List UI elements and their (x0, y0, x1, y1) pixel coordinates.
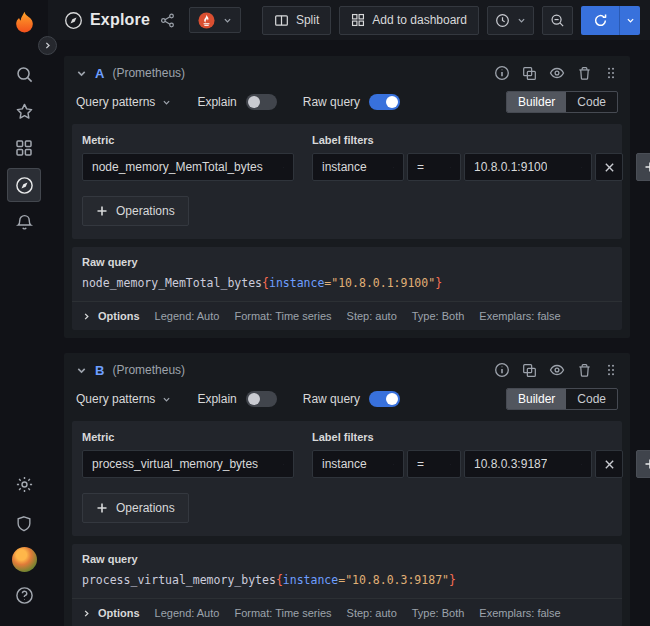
zoom-out-button[interactable] (542, 6, 573, 35)
option-type: Type: Both (412, 607, 465, 619)
sidebar-nav (7, 57, 41, 239)
add-filter-button[interactable] (636, 450, 650, 478)
search-icon[interactable] (7, 57, 41, 91)
query-patterns-dropdown[interactable]: Query patterns (76, 95, 171, 109)
metric-select[interactable]: node_memory_MemTotal_bytes (82, 153, 294, 181)
filter-operator-value: = (417, 160, 424, 174)
chevron-down-icon (517, 16, 526, 25)
hide-response-eye-icon[interactable] (549, 65, 565, 81)
chevron-down-icon (442, 460, 451, 469)
editor-mode-switch: Builder Code (506, 388, 618, 410)
dashboards-icon[interactable] (7, 131, 41, 165)
explain-label: Explain (197, 392, 236, 406)
close-icon (604, 162, 615, 173)
remove-filter-button[interactable] (595, 450, 623, 478)
operations-button[interactable]: Operations (82, 196, 189, 226)
raw-query-switch: Raw query (303, 391, 400, 407)
remove-query-trash-icon[interactable] (577, 363, 592, 378)
query-datasource-hint: (Prometheus) (112, 363, 185, 377)
operations-button[interactable]: Operations (82, 493, 189, 523)
run-query-button[interactable] (581, 6, 619, 35)
add-filter-button[interactable] (636, 153, 650, 181)
explore-icon[interactable] (7, 168, 41, 202)
query-editor-b: B (Prometheus) Query patterns (64, 353, 630, 626)
raw-query-toggle[interactable] (369, 94, 400, 110)
metric-select[interactable]: process_virtual_memory_bytes (82, 450, 294, 478)
drag-handle-grip-icon[interactable] (604, 66, 618, 80)
query-help-icon[interactable] (494, 362, 510, 378)
time-range-picker[interactable] (487, 6, 534, 35)
admin-shield-icon[interactable] (7, 507, 41, 541)
options-label: Options (98, 607, 140, 619)
sidebar-expand-button[interactable] (38, 36, 57, 55)
help-icon[interactable] (7, 578, 41, 612)
code-label: instance (269, 276, 324, 290)
query-options-row: Options Legend: Auto Format: Time series… (72, 301, 622, 330)
raw-query-toggle[interactable] (369, 391, 400, 407)
query-ref-id: A (95, 66, 104, 81)
code-close-brace: } (449, 573, 456, 587)
collapse-chevron-icon[interactable] (76, 365, 87, 376)
starred-icon[interactable] (7, 94, 41, 128)
configuration-gear-icon[interactable] (7, 467, 41, 501)
chevron-down-icon (626, 16, 635, 25)
sidebar-bottom (7, 467, 41, 612)
option-exemplars: Exemplars: false (479, 310, 560, 322)
operations-label: Operations (116, 204, 175, 218)
explain-toggle[interactable] (246, 94, 277, 110)
add-to-dashboard-label: Add to dashboard (372, 13, 467, 27)
remove-query-trash-icon[interactable] (577, 66, 592, 81)
duplicate-query-icon[interactable] (522, 66, 537, 81)
label-filters-field: Label filters instance = (312, 134, 650, 181)
filter-value-select[interactable]: 10.8.0.1:9100 (464, 153, 592, 181)
datasource-picker[interactable] (189, 7, 241, 33)
explain-label: Explain (197, 95, 236, 109)
code-close-brace: } (435, 276, 442, 290)
run-interval-dropdown[interactable] (619, 6, 640, 35)
query-help-icon[interactable] (494, 65, 510, 81)
operations-label: Operations (116, 501, 175, 515)
explain-switch: Explain (197, 391, 276, 407)
query-builder-body: Metric process_virtual_memory_bytes Labe… (72, 421, 622, 536)
collapse-chevron-icon[interactable] (76, 68, 87, 79)
metric-field-label: Metric (82, 431, 294, 443)
code-mode-button[interactable]: Code (566, 92, 617, 112)
grafana-logo[interactable] (11, 10, 38, 37)
filter-operator-select[interactable]: = (407, 450, 461, 478)
user-avatar[interactable] (12, 547, 37, 572)
duplicate-query-icon[interactable] (522, 363, 537, 378)
options-toggle[interactable]: Options (82, 310, 140, 322)
split-button[interactable]: Split (262, 6, 331, 35)
filter-label-select[interactable]: instance (312, 450, 404, 478)
filter-value: 10.8.0.3:9187 (474, 457, 547, 471)
chevron-down-icon (275, 460, 284, 469)
label-filters-label: Label filters (312, 431, 650, 443)
code-metric: node_memory_MemTotal_bytes (82, 276, 262, 290)
hide-response-eye-icon[interactable] (549, 362, 565, 378)
code-mode-button[interactable]: Code (566, 389, 617, 409)
raw-query-preview-label: Raw query (82, 256, 612, 268)
explain-toggle[interactable] (246, 391, 277, 407)
drag-handle-grip-icon[interactable] (604, 363, 618, 377)
query-patterns-dropdown[interactable]: Query patterns (76, 392, 171, 406)
metric-field-label: Metric (82, 134, 294, 146)
plus-icon (96, 205, 108, 217)
add-to-dashboard-button[interactable]: Add to dashboard (339, 6, 479, 35)
alerting-icon[interactable] (7, 205, 41, 239)
explore-compass-icon (64, 11, 83, 30)
query-editor-a: A (Prometheus) Query patterns (64, 56, 630, 338)
builder-mode-button[interactable]: Builder (507, 92, 566, 112)
chevron-down-icon (162, 98, 171, 107)
share-icon[interactable] (160, 13, 175, 28)
filter-operator-select[interactable]: = (407, 153, 461, 181)
options-toggle[interactable]: Options (82, 607, 140, 619)
remove-filter-button[interactable] (595, 153, 623, 181)
builder-mode-button[interactable]: Builder (507, 389, 566, 409)
filter-value-select[interactable]: 10.8.0.3:9187 (464, 450, 592, 478)
query-ref-id: B (95, 363, 104, 378)
code-metric: process_virtual_memory_bytes (82, 573, 276, 587)
filter-label-select[interactable]: instance (312, 153, 404, 181)
option-format: Format: Time series (234, 607, 331, 619)
option-legend: Legend: Auto (155, 607, 220, 619)
explore-page: Explore Split Add to dashboard (0, 0, 650, 626)
